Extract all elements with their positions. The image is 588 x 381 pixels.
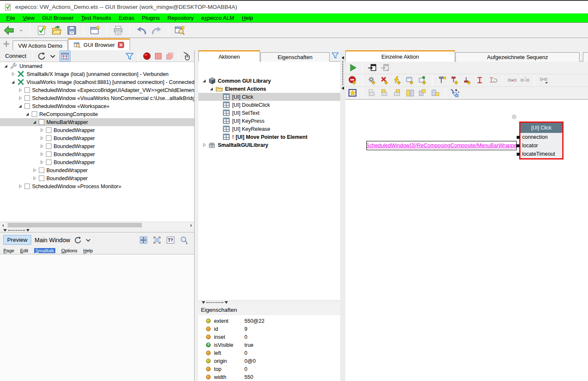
- expand-icon[interactable]: [31, 175, 38, 181]
- scroll-left-icon[interactable]: ‹: [0, 222, 6, 228]
- collapse-icon[interactable]: [208, 86, 214, 92]
- al-2-icon[interactable]: [380, 88, 390, 98]
- plug-dn-icon[interactable]: [418, 76, 428, 85]
- splitter-handle[interactable]: [198, 300, 340, 304]
- pin-connector[interactable]: [517, 136, 520, 139]
- tree-item[interactable]: ScheduledWindow «ExpeccoBridgeUIAdapter_…: [0, 86, 194, 94]
- menu-view[interactable]: View: [19, 15, 38, 21]
- collapse-icon[interactable]: [31, 119, 38, 125]
- property-row[interactable]: inset0: [198, 333, 340, 341]
- diagram-canvas[interactable]: /ScheduledWindow[3]/ReComposingComposite…: [345, 100, 588, 381]
- property-row[interactable]: isVisibletrue: [198, 341, 340, 349]
- tqbtn-icon[interactable]: T?: [166, 236, 175, 244]
- checkbox[interactable]: [39, 168, 44, 173]
- preview-menu-page[interactable]: Page: [3, 248, 14, 253]
- al-4-icon[interactable]: [405, 88, 415, 98]
- menu-test-results[interactable]: Test Results: [77, 15, 115, 21]
- zoomplus-icon[interactable]: [180, 236, 188, 244]
- redo-icon[interactable]: [151, 25, 162, 36]
- pin-locator[interactable]: locator: [520, 141, 562, 150]
- tree-item[interactable]: [UI] Click: [198, 93, 340, 101]
- stopmulti-icon[interactable]: [165, 51, 174, 61]
- pin-connection[interactable]: connection: [520, 133, 562, 141]
- checkbox[interactable]: [24, 103, 30, 109]
- expand-icon[interactable]: [38, 143, 45, 149]
- newwin-icon[interactable]: [89, 25, 100, 36]
- al-6-icon[interactable]: [431, 88, 440, 98]
- filter-icon[interactable]: [331, 51, 339, 59]
- property-row[interactable]: width550: [198, 373, 340, 381]
- tree-item[interactable]: VisualWorks Image (localhost:8881) [unna…: [0, 78, 194, 86]
- tree-item[interactable]: SmalltalkGUILibrary: [198, 141, 340, 149]
- tree-item[interactable]: [UI] KeyPress: [198, 117, 340, 125]
- add-el-icon[interactable]: [450, 88, 460, 98]
- horizontal-scrollbar[interactable]: ‹ ›: [0, 222, 194, 228]
- expand-icon[interactable]: [10, 71, 16, 77]
- expand-icon[interactable]: [31, 167, 38, 173]
- collapse-icon[interactable]: [3, 63, 9, 69]
- tree-item[interactable]: BoundedWrapper: [0, 158, 194, 166]
- scrollbar-thumb[interactable]: [8, 223, 142, 227]
- tab-eigenschaften[interactable]: Eigenschaften: [260, 52, 330, 62]
- checkbox[interactable]: [24, 87, 30, 93]
- print-icon[interactable]: [113, 25, 124, 36]
- stop-icon[interactable]: [154, 51, 163, 61]
- tree-item[interactable]: BoundedWrapper: [0, 126, 194, 134]
- filter-icon[interactable]: [125, 51, 134, 61]
- preview-menu-options[interactable]: Options: [61, 248, 77, 253]
- checkbox[interactable]: [32, 111, 37, 117]
- ibeam-icon[interactable]: [475, 76, 485, 85]
- expand-icon[interactable]: [201, 142, 207, 148]
- tree-item[interactable]: [UI] KeyRelease: [198, 125, 340, 133]
- stepinto-off-icon[interactable]: [380, 63, 390, 73]
- caret-icon[interactable]: [84, 236, 92, 244]
- connect-button[interactable]: Connect: [3, 52, 29, 59]
- caret-icon[interactable]: [19, 27, 24, 34]
- pin-star-icon[interactable]: [437, 76, 447, 85]
- menu-plugins[interactable]: Plugins: [138, 15, 164, 21]
- tab-aktionen[interactable]: Aktionen: [198, 50, 260, 62]
- menu-extras[interactable]: Extras: [115, 15, 138, 21]
- tree-item[interactable]: ScheduledWindow «VisualWorks NonCommerci…: [0, 94, 194, 102]
- tree-item[interactable]: ScheduledWindow «Workspace»: [0, 102, 194, 110]
- tree-view-toggle-button[interactable]: [60, 51, 70, 62]
- expand-icon[interactable]: [17, 87, 23, 93]
- checkbox[interactable]: [46, 143, 51, 149]
- tree-item[interactable]: BoundedWrapper: [0, 166, 194, 174]
- caret-icon[interactable]: [48, 51, 57, 61]
- preview-menu-edit[interactable]: Edit: [20, 248, 28, 253]
- locator-value-box[interactable]: /ScheduledWindow[3]/ReComposingComposite…: [366, 141, 517, 150]
- collapse-icon[interactable]: [201, 78, 207, 84]
- property-row[interactable]: id9: [198, 325, 340, 333]
- menu-expecco-alm[interactable]: expecco ALM: [198, 15, 238, 21]
- collapse-icon[interactable]: [10, 79, 16, 85]
- record-icon[interactable]: [142, 51, 152, 61]
- ibeam-dn-icon[interactable]: [488, 76, 498, 85]
- expand-icon[interactable]: [17, 183, 23, 189]
- skipbp-icon[interactable]: [348, 76, 358, 85]
- checkbox[interactable]: [24, 95, 30, 101]
- menu-file[interactable]: File: [3, 15, 19, 21]
- conn-a-icon[interactable]: [507, 76, 517, 85]
- al-5-icon[interactable]: [418, 88, 428, 98]
- guibrowse-icon[interactable]: [174, 25, 185, 36]
- expand-icon[interactable]: [38, 159, 45, 165]
- vertical-splitter[interactable]: [340, 50, 345, 381]
- crosshairbtn-icon[interactable]: [139, 236, 148, 244]
- gridbtn-icon[interactable]: [60, 51, 70, 61]
- expand-icon[interactable]: [17, 95, 23, 101]
- conn-drop-icon[interactable]: [539, 76, 549, 85]
- checkbox[interactable]: [39, 119, 44, 125]
- tree-item[interactable]: BoundedWrapper: [0, 174, 194, 182]
- splitter-handle[interactable]: [0, 228, 194, 232]
- tree-item[interactable]: [UI] SetText: [198, 109, 340, 117]
- preview-menu-smalltalk[interactable]: Smalltalk: [34, 248, 56, 253]
- add-tab-icon[interactable]: [2, 39, 11, 49]
- x-dn-icon[interactable]: [380, 76, 390, 85]
- pin-dn-icon[interactable]: [450, 76, 460, 85]
- stepinto-icon[interactable]: [367, 63, 377, 73]
- checkbox[interactable]: [46, 135, 51, 141]
- preview-menu-help[interactable]: Help: [83, 248, 93, 253]
- flash-dn-icon[interactable]: [393, 76, 402, 85]
- save-icon[interactable]: [66, 25, 77, 36]
